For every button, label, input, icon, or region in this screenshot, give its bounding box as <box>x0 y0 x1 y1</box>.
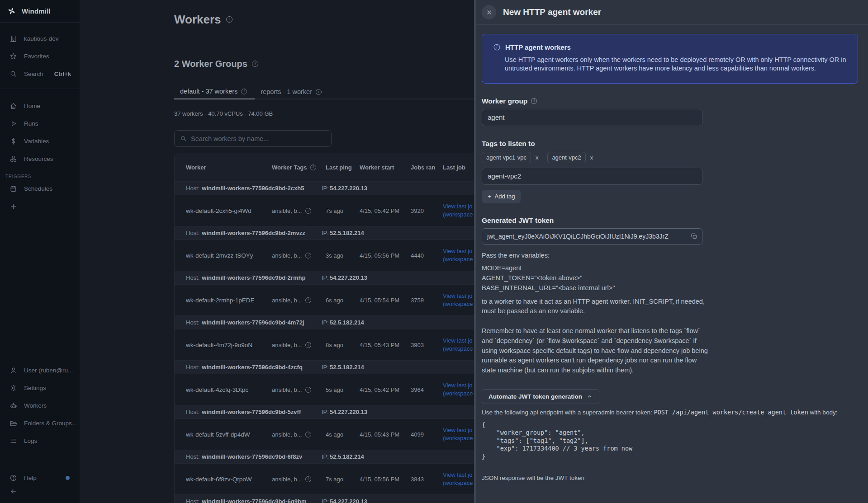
worker-groups-heading: 2 Worker Groups <box>174 58 247 70</box>
worker-group-input[interactable] <box>482 109 702 126</box>
info-icon[interactable] <box>305 342 311 348</box>
tags-label: Tags to listen to <box>482 140 858 148</box>
host-ip: 54.227.220.13 <box>330 498 367 503</box>
info-icon[interactable] <box>531 98 537 104</box>
host-name: windmill-workers-77596dc9bd-4zcfq <box>202 364 303 371</box>
worker-start: 4/15, 05:42 PM <box>360 386 411 393</box>
sidebar-item-schedules[interactable]: Schedules <box>0 180 80 197</box>
worker-group-label: Worker group <box>482 97 858 105</box>
last-ping: 7s ago <box>326 207 360 214</box>
info-icon[interactable] <box>252 61 258 67</box>
host-ip: 52.5.182.214 <box>330 319 364 326</box>
remember-note: Remember to have at least one normal wor… <box>482 326 710 376</box>
info-icon[interactable] <box>310 165 316 170</box>
sidebar-item-label: Home <box>24 103 40 109</box>
search-icon <box>9 70 17 78</box>
worker-tags: ansible, b... <box>272 297 302 304</box>
info-icon[interactable] <box>305 208 311 214</box>
worker-search <box>174 130 332 147</box>
drawer-resize-handle[interactable] <box>474 0 476 503</box>
worker-name: wk-default-2cxh5-gi4Wd <box>186 207 272 214</box>
tab-label: default - 37 workers <box>180 88 237 95</box>
host-label: Host: <box>186 364 199 371</box>
info-icon[interactable] <box>305 387 311 393</box>
sidebar-item-home[interactable]: Home <box>0 97 80 115</box>
search-workers-input[interactable] <box>191 135 326 142</box>
host-ip: 52.5.182.214 <box>330 453 364 460</box>
sidebar-item-help[interactable]: Help <box>0 469 80 487</box>
add-tag-button[interactable]: + Add tag <box>482 190 521 203</box>
col-last-ping: Last ping <box>326 164 360 171</box>
plus-icon: + <box>488 193 491 200</box>
app-logo[interactable]: Windmill <box>0 0 80 23</box>
new-tag-input[interactable] <box>482 168 702 185</box>
ip-label: IP: <box>322 319 329 326</box>
sidebar-item-folders-groups[interactable]: Folders & Groups... <box>0 414 80 432</box>
collapse-sidebar-button[interactable] <box>9 487 18 495</box>
close-icon <box>486 9 493 16</box>
sidebar-item-workspace[interactable]: kautious-dev <box>0 30 80 47</box>
host-ip: 54.227.220.13 <box>330 274 367 281</box>
sidebar-item-favorites[interactable]: Favorites <box>0 47 80 65</box>
tab-reports-group[interactable]: reports - 1 worker <box>255 88 329 99</box>
jobs-ran: 4440 <box>411 252 443 259</box>
last-ping: 3s ago <box>326 252 360 259</box>
question-circle-icon <box>9 474 17 482</box>
http-agent-info-callout: HTTP agent workers Use HTTP agent worker… <box>482 34 858 84</box>
ip-label: IP: <box>322 364 329 371</box>
col-worker-start: Worker start <box>360 164 411 171</box>
remove-tag-button[interactable]: x <box>534 153 541 162</box>
sidebar-item-label: User (ruben@ru... <box>24 367 73 374</box>
plus-icon <box>9 202 17 210</box>
host-label: Host: <box>186 498 199 503</box>
request-body-code: { "worker_group": "agent", "tags": ["tag… <box>482 421 858 461</box>
automate-jwt-toggle[interactable]: Automate JWT token generation <box>482 389 599 404</box>
sidebar-item-variables[interactable]: Variables <box>0 132 80 150</box>
info-icon[interactable] <box>305 432 311 437</box>
sidebar-item-logs[interactable]: Logs <box>0 432 80 450</box>
info-icon[interactable] <box>241 89 247 94</box>
sidebar-item-runs[interactable]: Runs <box>0 115 80 132</box>
info-icon[interactable] <box>305 253 311 259</box>
tag-chips: agent-vpc1-vpc x agent-vpc2 x <box>482 152 858 163</box>
sidebar-item-settings[interactable]: Settings <box>0 379 80 397</box>
sidebar-item-resources[interactable]: Resources <box>0 150 80 168</box>
ip-label: IP: <box>322 498 329 503</box>
add-trigger-button[interactable] <box>0 197 80 215</box>
calendar-icon <box>9 185 17 193</box>
close-drawer-button[interactable] <box>482 5 496 19</box>
windmill-logo-icon <box>7 7 16 15</box>
sidebar-item-workers[interactable]: Workers <box>0 397 80 414</box>
info-icon[interactable] <box>305 297 311 303</box>
copy-icon <box>691 233 697 240</box>
tab-default-group[interactable]: default - 37 workers <box>174 88 255 99</box>
sidebar-item-user[interactable]: User (ruben@ru... <box>0 362 80 379</box>
info-icon[interactable] <box>226 16 232 23</box>
play-icon <box>9 120 17 127</box>
sidebar-item-label: kautious-dev <box>24 35 59 42</box>
col-jobs-ran: Jobs ran <box>411 164 443 171</box>
jwt-response-note: JSON response will be the JWT token <box>482 475 858 481</box>
host-ip: 52.5.182.214 <box>330 364 364 371</box>
worker-start: 4/15, 05:56 PM <box>360 476 411 483</box>
sidebar: Windmill kautious-dev Favorites <box>0 0 80 503</box>
jobs-ran: 3759 <box>411 297 443 304</box>
worker-tags: ansible, b... <box>272 207 302 214</box>
env-line: MODE=agent <box>482 263 858 273</box>
jobs-ran: 3964 <box>411 386 443 393</box>
worker-tags: ansible, b... <box>272 431 302 438</box>
copy-token-button[interactable] <box>690 232 698 240</box>
last-ping: 6s ago <box>326 297 360 304</box>
home-icon <box>9 102 17 110</box>
info-icon[interactable] <box>305 476 311 482</box>
boxes-icon <box>9 155 17 163</box>
worker-tags: ansible, b... <box>272 386 302 393</box>
app-title: Windmill <box>22 7 51 15</box>
info-icon[interactable] <box>316 89 322 95</box>
jobs-ran: 4099 <box>411 431 443 438</box>
ip-label: IP: <box>322 453 329 460</box>
jwt-token-input[interactable] <box>487 233 690 240</box>
host-name: windmill-workers-77596dc9bd-4m72j <box>202 319 304 326</box>
remove-tag-button[interactable]: x <box>588 153 595 162</box>
sidebar-item-search[interactable]: Search Ctrl+k <box>0 65 80 83</box>
